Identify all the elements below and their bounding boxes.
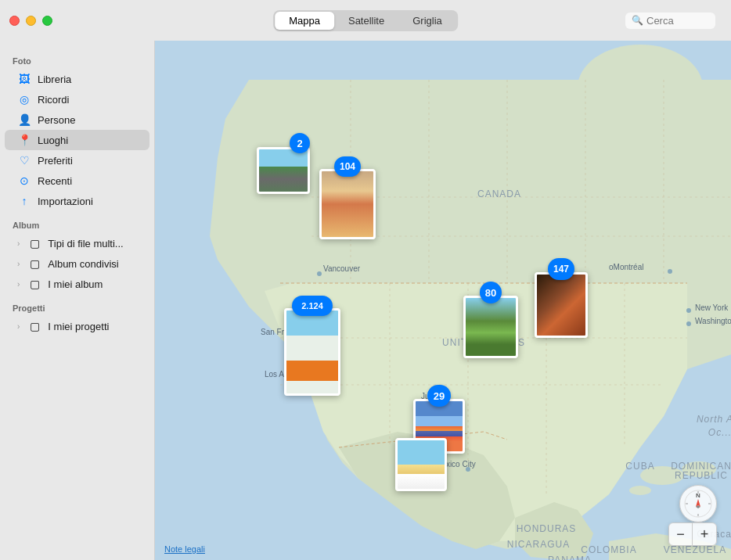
close-button[interactable] — [9, 16, 20, 26]
pin-badge-2124: 2.124 — [292, 296, 333, 316]
svg-text:CUBA: CUBA — [625, 461, 654, 472]
svg-text:Washington: Washington — [695, 317, 731, 325]
sidebar-item-persone[interactable]: 👤 Persone — [5, 109, 149, 130]
libreria-icon: 🖼 — [17, 73, 31, 85]
legal-note[interactable]: Note legali — [164, 544, 205, 554]
sidebar-label-importazioni: Importazioni — [38, 196, 93, 207]
sidebar-label-miei-album: I miei album — [48, 278, 103, 290]
persone-icon: 👤 — [17, 113, 31, 126]
pin-photo-outdoor — [463, 296, 518, 358]
tab-satellite[interactable]: Satellite — [334, 12, 398, 30]
svg-point-30 — [686, 308, 691, 313]
expand-icon-2: › — [17, 260, 20, 268]
svg-text:VENEZUELA: VENEZUELA — [664, 544, 726, 555]
pin-badge-147: 147 — [548, 258, 574, 280]
sidebar-label-album-condivisi: Album condivisi — [48, 258, 118, 270]
pin-us-147[interactable]: 147 — [535, 258, 588, 338]
view-tabs: Mappa Satellite Griglia — [273, 10, 458, 31]
svg-point-32 — [686, 321, 691, 326]
svg-point-4 — [629, 486, 651, 495]
search-icon: 🔍 — [632, 15, 643, 26]
svg-point-20 — [317, 271, 322, 276]
section-foto: Foto — [0, 47, 154, 69]
sidebar-label-miei-progetti: I miei progetti — [48, 321, 109, 332]
svg-point-34 — [668, 269, 672, 274]
recenti-icon: ⊙ — [17, 174, 31, 187]
sidebar-label-luoghi: Luoghi — [38, 135, 68, 146]
album-condivisi-icon: ▢ — [27, 257, 41, 270]
svg-text:NICARAGUA: NICARAGUA — [507, 539, 570, 550]
sidebar-item-album-condivisi[interactable]: › ▢ Album condivisi — [5, 253, 149, 274]
pin-mexico-beach[interactable] — [395, 438, 447, 491]
sidebar-item-miei-progetti[interactable]: › ▢ I miei progetti — [5, 316, 149, 336]
pin-badge-2: 2 — [290, 133, 310, 153]
ricordi-icon: ◎ — [17, 93, 31, 106]
sidebar-label-libreria: Libreria — [38, 74, 71, 85]
importazioni-icon: ↑ — [17, 195, 31, 207]
expand-icon: › — [17, 239, 20, 248]
svg-text:Vancouver: Vancouver — [323, 264, 361, 273]
pin-photo-selfie — [319, 169, 376, 239]
svg-text:CANADA: CANADA — [477, 188, 521, 199]
sidebar-label-persone: Persone — [38, 114, 75, 126]
svg-text:oMontréal: oMontréal — [609, 263, 643, 271]
pin-canada-2[interactable]: 2 — [257, 141, 310, 194]
section-progetti: Progetti — [0, 294, 154, 316]
zoom-controls: − + — [668, 522, 717, 546]
section-album: Album — [0, 211, 154, 233]
pin-photo-dance — [535, 272, 588, 338]
svg-text:HONDURAS: HONDURAS — [517, 523, 577, 534]
pin-photo-beach — [395, 438, 447, 491]
zoom-out-button[interactable]: − — [669, 523, 693, 545]
sidebar-label-tipi-file: Tipi di file multi... — [48, 238, 123, 249]
sidebar-item-ricordi[interactable]: ◎ Ricordi — [5, 89, 149, 109]
search-box: 🔍 — [625, 13, 715, 29]
titlebar: Mappa Satellite Griglia 🔍 — [0, 0, 731, 41]
sidebar-item-luoghi[interactable]: 📍 Luoghi — [5, 130, 149, 150]
map-area[interactable]: CANADA UNITED STATES CUBA HONDURAS NICAR… — [155, 41, 731, 560]
pin-badge-104: 104 — [334, 156, 361, 177]
sidebar-label-ricordi: Ricordi — [38, 94, 69, 106]
tab-griglia[interactable]: Griglia — [398, 12, 456, 30]
svg-text:COLOMBIA: COLOMBIA — [581, 544, 636, 555]
search-input[interactable] — [646, 15, 709, 27]
sidebar-item-libreria[interactable]: 🖼 Libreria — [5, 69, 149, 89]
minimize-button[interactable] — [26, 16, 36, 26]
miei-progetti-icon: ▢ — [27, 320, 41, 332]
expand-icon-3: › — [17, 280, 20, 289]
maximize-button[interactable] — [42, 16, 52, 26]
pin-us-2124[interactable]: 2.124 — [284, 296, 340, 396]
miei-album-icon: ▢ — [27, 278, 41, 290]
sidebar-item-miei-album[interactable]: › ▢ I miei album — [5, 274, 149, 294]
sidebar-label-preferiti: Preferiti — [38, 155, 73, 167]
pin-photo-woman-orange — [284, 308, 340, 396]
pin-badge-29: 29 — [427, 385, 451, 407]
svg-text:North A...: North A... — [697, 414, 731, 425]
svg-text:New York: New York — [695, 303, 729, 312]
sidebar-item-recenti[interactable]: ⊙ Recenti — [5, 171, 149, 191]
pin-us-80[interactable]: 80 — [463, 282, 518, 358]
pin-photo-mountain — [257, 147, 310, 194]
svg-text:PANAMA: PANAMA — [548, 555, 592, 560]
tab-mappa[interactable]: Mappa — [275, 12, 334, 30]
pin-badge-80: 80 — [480, 282, 502, 303]
zoom-in-button[interactable]: + — [693, 523, 716, 545]
sidebar-item-preferiti[interactable]: ♡ Preferiti — [5, 150, 149, 171]
traffic-lights — [9, 16, 52, 26]
luoghi-icon: 📍 — [17, 134, 31, 146]
preferiti-icon: ♡ — [17, 154, 31, 167]
pin-canada-104[interactable]: 104 — [319, 156, 376, 239]
sidebar-label-recenti: Recenti — [38, 175, 72, 187]
sidebar-item-tipi-file[interactable]: › ▢ Tipi di file multi... — [5, 233, 149, 253]
svg-text:REPUBLIC: REPUBLIC — [675, 470, 728, 481]
main-content: Foto 🖼 Libreria ◎ Ricordi 👤 Persone 📍 Lu… — [0, 41, 731, 560]
expand-icon-4: › — [17, 322, 20, 331]
svg-text:Oc...: Oc... — [708, 427, 731, 438]
tipi-file-icon: ▢ — [27, 237, 41, 249]
compass: N — [679, 485, 717, 522]
sidebar-item-importazioni[interactable]: ↑ Importazioni — [5, 191, 149, 211]
sidebar: Foto 🖼 Libreria ◎ Ricordi 👤 Persone 📍 Lu… — [0, 41, 155, 560]
